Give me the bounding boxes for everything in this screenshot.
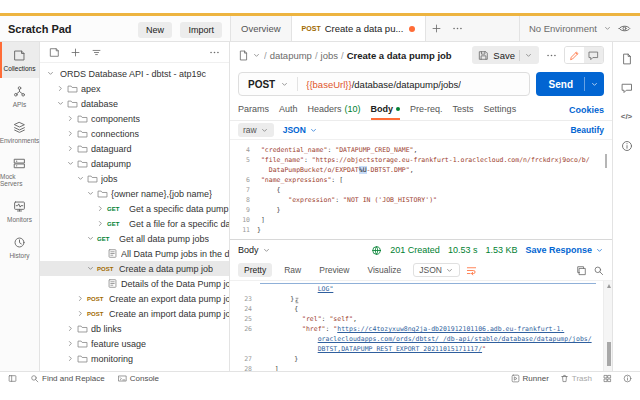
breadcrumb-jobs[interactable]: jobs: [321, 50, 338, 61]
tree-item-get-a-specific-data-pump-job[interactable]: GETGet a specific data pump job: [40, 201, 229, 216]
tree-item-get-all-data-pump-jobs[interactable]: GETGet all data pump jobs: [40, 231, 229, 246]
chevron-right-icon[interactable]: [66, 114, 75, 123]
tree-item-jobs[interactable]: jobs: [40, 171, 229, 186]
tree-item-connections[interactable]: connections: [40, 126, 229, 141]
beautify-link[interactable]: Beautify: [570, 125, 604, 135]
view-visualize[interactable]: Visualize: [361, 263, 407, 277]
chevron-right-icon[interactable]: [66, 129, 75, 138]
tree-item-owner-name-job-name[interactable]: {owner name},{job name}: [40, 186, 229, 201]
request-more-button[interactable]: [546, 50, 557, 61]
help[interactable]: [623, 374, 632, 383]
tree-item-monitoring[interactable]: monitoring: [40, 351, 229, 366]
rail-item-environments[interactable]: Environments: [0, 114, 39, 150]
tree-item-feature-usage[interactable]: feature usage: [40, 336, 229, 351]
chevron-down-icon[interactable]: [603, 24, 612, 33]
runner[interactable]: Runner: [511, 374, 549, 383]
method-chevron-icon[interactable]: [280, 80, 289, 89]
rail-item-collections[interactable]: Collections: [0, 42, 39, 78]
tab-overview[interactable]: Overview: [231, 16, 291, 41]
environment-selector[interactable]: No Environment: [529, 23, 597, 34]
rail-item-apis[interactable]: APIs: [0, 78, 39, 114]
send-button[interactable]: Send: [536, 72, 604, 96]
request-body-editor[interactable]: 4"credential_name": "DATAPUMP_CRED_NAME"…: [230, 140, 612, 240]
import-button[interactable]: Import: [180, 22, 222, 38]
chevron-down-icon[interactable]: [76, 174, 85, 183]
comments-button[interactable]: [584, 47, 603, 63]
save-options-chevron[interactable]: [524, 51, 533, 60]
tree-item-create-an-export-data-pump-job[interactable]: POSTCreate an export data pump job: [40, 291, 229, 306]
documentation-icon[interactable]: [621, 53, 633, 65]
body-format-dropdown[interactable]: JSON: [283, 125, 318, 135]
sidebar-toggle[interactable]: [8, 374, 17, 383]
chevron-down-icon[interactable]: [56, 99, 65, 108]
tree-item-dataguard[interactable]: dataguard: [40, 141, 229, 156]
method-selector[interactable]: POST: [248, 79, 275, 90]
chevron-right-icon[interactable]: [96, 204, 105, 213]
edit-documentation-button[interactable]: [565, 47, 584, 63]
save-button[interactable]: Save: [472, 46, 539, 64]
chevron-right-icon[interactable]: [66, 324, 75, 333]
scrollbar-up-arrow[interactable]: [607, 284, 611, 288]
chevron-right-icon[interactable]: [76, 294, 85, 303]
tree-item-ords-database-api-dbtst-atp19c[interactable]: ORDS Database API - dbtst - atp19c: [40, 66, 229, 81]
tab-params[interactable]: Params: [238, 100, 269, 120]
tab-options-button[interactable]: [452, 23, 463, 34]
create-collection-button[interactable]: [70, 47, 81, 58]
find-and-replace[interactable]: Find and Replace: [30, 374, 105, 383]
tab-pre-req[interactable]: Pre-req.: [410, 100, 443, 120]
chevron-down-icon[interactable]: [46, 69, 55, 78]
response-body-viewer[interactable]: LOG"23},24{25"rel": "self",26"href": "ht…: [230, 281, 612, 371]
send-options-chevron[interactable]: [590, 80, 599, 89]
chevron-right-icon[interactable]: [66, 144, 75, 153]
chevron-down-icon[interactable]: [86, 189, 95, 198]
new-button[interactable]: New: [138, 22, 172, 38]
response-body-dropdown[interactable]: Body: [238, 245, 271, 255]
request-info-icon[interactable]: [621, 140, 633, 152]
editor-scrollbar-thumb[interactable]: [605, 154, 608, 168]
scrollbar-thumb[interactable]: [607, 342, 611, 366]
rail-item-monitors[interactable]: Monitors: [0, 193, 39, 229]
open-new-tab-button[interactable]: [431, 23, 442, 34]
chevron-right-icon[interactable]: [66, 354, 75, 363]
copy-icon[interactable]: [576, 265, 587, 276]
rail-item-mock-servers[interactable]: Mock Servers: [0, 150, 39, 193]
workspace-grid[interactable]: [603, 374, 612, 383]
cookies-link[interactable]: Cookies: [569, 105, 604, 115]
console[interactable]: Console: [118, 374, 159, 383]
view-preview[interactable]: Preview: [313, 263, 355, 277]
tab-body[interactable]: Body: [371, 100, 401, 120]
filter-icon[interactable]: [91, 47, 102, 58]
sidebar-more-button[interactable]: [209, 47, 220, 58]
save-response-button[interactable]: Save Response: [525, 245, 604, 255]
view-pretty[interactable]: Pretty: [238, 263, 272, 277]
chevron-down-icon[interactable]: [66, 159, 75, 168]
trash[interactable]: Trash: [560, 374, 592, 383]
tree-item-db-links[interactable]: db links: [40, 321, 229, 336]
breadcrumb-datapump[interactable]: datapump: [270, 50, 312, 61]
tab-settings[interactable]: Settings: [484, 100, 517, 120]
comments-icon[interactable]: [621, 82, 633, 94]
chevron-right-icon[interactable]: [76, 309, 85, 318]
view-raw[interactable]: Raw: [278, 263, 307, 277]
tree-item-database[interactable]: database: [40, 96, 229, 111]
tree-item-details-of-the-data-pump-job[interactable]: Details of the Data Pump job ...: [40, 276, 229, 291]
rail-item-history[interactable]: History: [0, 229, 39, 265]
body-type-dropdown[interactable]: raw: [238, 123, 274, 137]
tree-item-create-a-data-pump-job[interactable]: POSTCreate a data pump job: [40, 261, 229, 276]
code-snippet-icon[interactable]: </>: [621, 111, 633, 123]
wrap-text-icon[interactable]: [466, 265, 477, 276]
url-input[interactable]: {{baseUrl}}/database/datapump/jobs/: [306, 79, 461, 90]
chevron-right-icon[interactable]: [56, 84, 65, 93]
tree-item-get-a-file-for-a-specific-data[interactable]: GETGet a file for a specific data ...: [40, 216, 229, 231]
tab-headers[interactable]: Headers(10): [308, 100, 361, 120]
tab-tests[interactable]: Tests: [453, 100, 474, 120]
tree-item-all-data-pump-jobs-in-the-dat[interactable]: All Data Pump jobs in the dat...: [40, 246, 229, 261]
tab-auth[interactable]: Auth: [279, 100, 298, 120]
chevron-down-icon[interactable]: [252, 51, 261, 60]
chevron-down-icon[interactable]: [86, 264, 95, 273]
tree-item-components[interactable]: components: [40, 111, 229, 126]
chevron-down-icon[interactable]: [86, 234, 95, 243]
tree-item-create-an-import-data-pump-job[interactable]: POSTCreate an import data pump job: [40, 306, 229, 321]
environment-quick-look-icon[interactable]: [618, 22, 631, 35]
tree-item-apex[interactable]: apex: [40, 81, 229, 96]
